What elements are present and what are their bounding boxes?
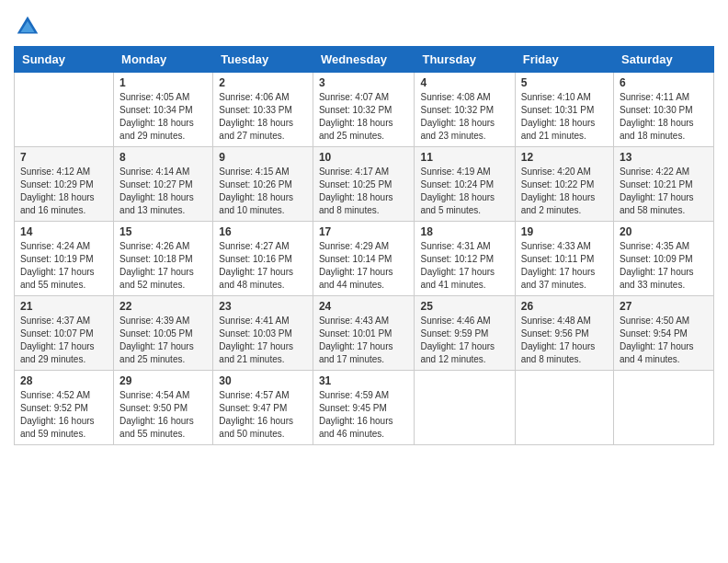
header-tuesday: Tuesday xyxy=(213,47,313,73)
day-info: Sunrise: 4:52 AM Sunset: 9:52 PM Dayligh… xyxy=(20,389,108,441)
calendar-cell: 4Sunrise: 4:08 AM Sunset: 10:32 PM Dayli… xyxy=(415,73,515,147)
calendar-cell: 1Sunrise: 4:05 AM Sunset: 10:34 PM Dayli… xyxy=(114,73,213,147)
day-number: 19 xyxy=(521,225,608,238)
day-number: 20 xyxy=(620,225,708,238)
day-info: Sunrise: 4:54 AM Sunset: 9:50 PM Dayligh… xyxy=(119,389,207,441)
calendar-cell: 20Sunrise: 4:35 AM Sunset: 10:09 PM Dayl… xyxy=(614,222,714,296)
day-number: 16 xyxy=(219,225,307,238)
calendar-cell: 18Sunrise: 4:31 AM Sunset: 10:12 PM Dayl… xyxy=(415,222,515,296)
calendar-cell: 8Sunrise: 4:14 AM Sunset: 10:27 PM Dayli… xyxy=(114,147,213,222)
calendar-cell: 21Sunrise: 4:37 AM Sunset: 10:07 PM Dayl… xyxy=(15,296,114,371)
calendar-cell: 26Sunrise: 4:48 AM Sunset: 9:56 PM Dayli… xyxy=(515,296,613,371)
day-info: Sunrise: 4:43 AM Sunset: 10:01 PM Daylig… xyxy=(319,315,409,366)
day-info: Sunrise: 4:12 AM Sunset: 10:29 PM Daylig… xyxy=(20,166,108,217)
day-number: 30 xyxy=(219,374,307,387)
day-info: Sunrise: 4:31 AM Sunset: 10:12 PM Daylig… xyxy=(420,240,508,292)
calendar-cell: 30Sunrise: 4:57 AM Sunset: 9:47 PM Dayli… xyxy=(213,371,313,445)
calendar-cell: 11Sunrise: 4:19 AM Sunset: 10:24 PM Dayl… xyxy=(415,147,515,222)
day-info: Sunrise: 4:20 AM Sunset: 10:22 PM Daylig… xyxy=(521,166,608,217)
day-number: 29 xyxy=(119,374,207,387)
day-number: 7 xyxy=(20,151,108,164)
calendar-cell: 28Sunrise: 4:52 AM Sunset: 9:52 PM Dayli… xyxy=(15,371,114,445)
calendar-cell: 23Sunrise: 4:41 AM Sunset: 10:03 PM Dayl… xyxy=(213,296,313,371)
day-info: Sunrise: 4:50 AM Sunset: 9:54 PM Dayligh… xyxy=(620,315,708,366)
day-number: 8 xyxy=(119,151,207,164)
calendar-cell xyxy=(415,371,515,445)
day-info: Sunrise: 4:41 AM Sunset: 10:03 PM Daylig… xyxy=(219,315,307,366)
calendar-cell: 13Sunrise: 4:22 AM Sunset: 10:21 PM Dayl… xyxy=(614,147,714,222)
calendar-cell: 17Sunrise: 4:29 AM Sunset: 10:14 PM Dayl… xyxy=(313,222,415,296)
day-info: Sunrise: 4:35 AM Sunset: 10:09 PM Daylig… xyxy=(620,240,708,292)
header-wednesday: Wednesday xyxy=(313,47,415,73)
calendar-cell: 16Sunrise: 4:27 AM Sunset: 10:16 PM Dayl… xyxy=(213,222,313,296)
calendar-week-row: 7Sunrise: 4:12 AM Sunset: 10:29 PM Dayli… xyxy=(15,147,714,222)
calendar-cell: 7Sunrise: 4:12 AM Sunset: 10:29 PM Dayli… xyxy=(15,147,114,222)
header-saturday: Saturday xyxy=(614,47,714,73)
header-thursday: Thursday xyxy=(415,47,515,73)
day-number: 24 xyxy=(319,300,409,313)
day-info: Sunrise: 4:48 AM Sunset: 9:56 PM Dayligh… xyxy=(521,315,608,366)
logo-icon xyxy=(14,13,41,40)
day-info: Sunrise: 4:59 AM Sunset: 9:45 PM Dayligh… xyxy=(319,389,409,441)
day-info: Sunrise: 4:26 AM Sunset: 10:18 PM Daylig… xyxy=(119,240,207,292)
day-number: 13 xyxy=(620,151,708,164)
header-monday: Monday xyxy=(114,47,213,73)
day-number: 12 xyxy=(521,151,608,164)
day-info: Sunrise: 4:11 AM Sunset: 10:30 PM Daylig… xyxy=(620,91,708,143)
calendar-cell: 3Sunrise: 4:07 AM Sunset: 10:32 PM Dayli… xyxy=(313,73,415,147)
day-number: 11 xyxy=(420,151,508,164)
calendar-header-row: SundayMondayTuesdayWednesdayThursdayFrid… xyxy=(15,47,714,73)
day-number: 10 xyxy=(319,151,409,164)
day-info: Sunrise: 4:24 AM Sunset: 10:19 PM Daylig… xyxy=(20,240,108,292)
day-info: Sunrise: 4:29 AM Sunset: 10:14 PM Daylig… xyxy=(319,240,409,292)
calendar-week-row: 14Sunrise: 4:24 AM Sunset: 10:19 PM Dayl… xyxy=(15,222,714,296)
header xyxy=(14,9,714,40)
calendar-week-row: 1Sunrise: 4:05 AM Sunset: 10:34 PM Dayli… xyxy=(15,73,714,147)
day-number: 2 xyxy=(219,76,307,89)
day-number: 28 xyxy=(20,374,108,387)
day-number: 25 xyxy=(420,300,508,313)
calendar-cell: 6Sunrise: 4:11 AM Sunset: 10:30 PM Dayli… xyxy=(614,73,714,147)
day-info: Sunrise: 4:05 AM Sunset: 10:34 PM Daylig… xyxy=(119,91,207,143)
day-number: 17 xyxy=(319,225,409,238)
calendar-cell xyxy=(614,371,714,445)
day-number: 9 xyxy=(219,151,307,164)
day-info: Sunrise: 4:10 AM Sunset: 10:31 PM Daylig… xyxy=(521,91,608,143)
day-info: Sunrise: 4:15 AM Sunset: 10:26 PM Daylig… xyxy=(219,166,307,217)
calendar-cell: 5Sunrise: 4:10 AM Sunset: 10:31 PM Dayli… xyxy=(515,73,613,147)
day-info: Sunrise: 4:17 AM Sunset: 10:25 PM Daylig… xyxy=(319,166,409,217)
calendar-cell: 10Sunrise: 4:17 AM Sunset: 10:25 PM Dayl… xyxy=(313,147,415,222)
day-info: Sunrise: 4:27 AM Sunset: 10:16 PM Daylig… xyxy=(219,240,307,292)
day-number: 23 xyxy=(219,300,307,313)
day-number: 22 xyxy=(119,300,207,313)
day-number: 27 xyxy=(620,300,708,313)
day-number: 21 xyxy=(20,300,108,313)
day-number: 31 xyxy=(319,374,409,387)
day-number: 6 xyxy=(620,76,708,89)
calendar-week-row: 21Sunrise: 4:37 AM Sunset: 10:07 PM Dayl… xyxy=(15,296,714,371)
calendar-week-row: 28Sunrise: 4:52 AM Sunset: 9:52 PM Dayli… xyxy=(15,371,714,445)
day-number: 1 xyxy=(119,76,207,89)
day-info: Sunrise: 4:57 AM Sunset: 9:47 PM Dayligh… xyxy=(219,389,307,441)
logo xyxy=(14,13,45,40)
calendar-cell: 22Sunrise: 4:39 AM Sunset: 10:05 PM Dayl… xyxy=(114,296,213,371)
calendar-cell: 12Sunrise: 4:20 AM Sunset: 10:22 PM Dayl… xyxy=(515,147,613,222)
calendar-cell: 31Sunrise: 4:59 AM Sunset: 9:45 PM Dayli… xyxy=(313,371,415,445)
day-info: Sunrise: 4:19 AM Sunset: 10:24 PM Daylig… xyxy=(420,166,508,217)
calendar-cell: 29Sunrise: 4:54 AM Sunset: 9:50 PM Dayli… xyxy=(114,371,213,445)
calendar-cell xyxy=(515,371,613,445)
calendar-cell: 19Sunrise: 4:33 AM Sunset: 10:11 PM Dayl… xyxy=(515,222,613,296)
day-info: Sunrise: 4:39 AM Sunset: 10:05 PM Daylig… xyxy=(119,315,207,366)
day-info: Sunrise: 4:07 AM Sunset: 10:32 PM Daylig… xyxy=(319,91,409,143)
calendar-cell: 15Sunrise: 4:26 AM Sunset: 10:18 PM Dayl… xyxy=(114,222,213,296)
calendar-cell: 9Sunrise: 4:15 AM Sunset: 10:26 PM Dayli… xyxy=(213,147,313,222)
calendar-cell: 24Sunrise: 4:43 AM Sunset: 10:01 PM Dayl… xyxy=(313,296,415,371)
day-number: 5 xyxy=(521,76,608,89)
day-info: Sunrise: 4:06 AM Sunset: 10:33 PM Daylig… xyxy=(219,91,307,143)
header-sunday: Sunday xyxy=(15,47,114,73)
day-info: Sunrise: 4:08 AM Sunset: 10:32 PM Daylig… xyxy=(420,91,508,143)
day-number: 4 xyxy=(420,76,508,89)
day-number: 3 xyxy=(319,76,409,89)
day-info: Sunrise: 4:22 AM Sunset: 10:21 PM Daylig… xyxy=(620,166,708,217)
day-number: 18 xyxy=(420,225,508,238)
